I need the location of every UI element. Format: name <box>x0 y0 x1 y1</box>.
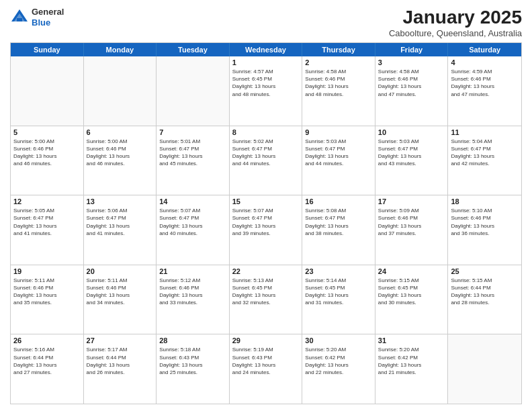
day-cell-4: 4Sunrise: 4:59 AM Sunset: 6:46 PM Daylig… <box>448 56 521 126</box>
day-cell-24: 24Sunrise: 5:15 AM Sunset: 6:45 PM Dayli… <box>375 265 449 334</box>
day-cell-12: 12Sunrise: 5:05 AM Sunset: 6:47 PM Dayli… <box>11 195 84 265</box>
header-day-friday: Friday <box>375 43 449 56</box>
header-day-saturday: Saturday <box>448 43 521 56</box>
day-cell-2: 2Sunrise: 4:58 AM Sunset: 6:46 PM Daylig… <box>302 56 375 126</box>
day-info: Sunrise: 5:06 AM Sunset: 6:47 PM Dayligh… <box>87 207 154 237</box>
day-cell-28: 28Sunrise: 5:18 AM Sunset: 6:43 PM Dayli… <box>157 334 230 404</box>
day-info: Sunrise: 5:16 AM Sunset: 6:44 PM Dayligh… <box>13 346 81 376</box>
header-day-wednesday: Wednesday <box>230 43 303 56</box>
day-number: 30 <box>305 336 372 345</box>
day-info: Sunrise: 5:09 AM Sunset: 6:46 PM Dayligh… <box>378 207 445 237</box>
day-cell-1: 1Sunrise: 4:57 AM Sunset: 6:45 PM Daylig… <box>230 56 303 126</box>
day-cell-7: 7Sunrise: 5:01 AM Sunset: 6:47 PM Daylig… <box>157 126 230 195</box>
day-cell-29: 29Sunrise: 5:19 AM Sunset: 6:43 PM Dayli… <box>230 334 303 404</box>
logo-general: General <box>32 7 64 17</box>
header-day-monday: Monday <box>84 43 157 56</box>
day-info: Sunrise: 4:58 AM Sunset: 6:46 PM Dayligh… <box>305 68 372 98</box>
empty-cell <box>448 334 521 404</box>
header-day-sunday: Sunday <box>11 43 84 56</box>
calendar-body: 1Sunrise: 4:57 AM Sunset: 6:45 PM Daylig… <box>11 56 521 404</box>
week-row-3: 12Sunrise: 5:05 AM Sunset: 6:47 PM Dayli… <box>11 195 521 265</box>
day-info: Sunrise: 5:15 AM Sunset: 6:44 PM Dayligh… <box>451 277 519 307</box>
day-number: 15 <box>232 197 300 205</box>
day-info: Sunrise: 5:03 AM Sunset: 6:47 PM Dayligh… <box>378 138 445 168</box>
day-number: 8 <box>232 128 300 136</box>
day-number: 14 <box>159 197 226 205</box>
day-cell-5: 5Sunrise: 5:00 AM Sunset: 6:46 PM Daylig… <box>11 126 84 195</box>
day-cell-18: 18Sunrise: 5:10 AM Sunset: 6:46 PM Dayli… <box>448 195 521 265</box>
day-cell-31: 31Sunrise: 5:20 AM Sunset: 6:42 PM Dayli… <box>375 334 449 404</box>
day-number: 26 <box>13 336 81 345</box>
day-number: 12 <box>13 197 81 205</box>
day-info: Sunrise: 5:02 AM Sunset: 6:47 PM Dayligh… <box>232 138 300 168</box>
day-info: Sunrise: 5:20 AM Sunset: 6:42 PM Dayligh… <box>305 346 372 376</box>
day-info: Sunrise: 5:10 AM Sunset: 6:46 PM Dayligh… <box>451 207 519 237</box>
header: General Blue January 2025 Caboolture, Qu… <box>10 7 522 38</box>
week-row-5: 26Sunrise: 5:16 AM Sunset: 6:44 PM Dayli… <box>11 334 521 404</box>
day-number: 21 <box>159 267 226 275</box>
day-number: 3 <box>378 58 445 66</box>
svg-rect-2 <box>17 18 22 21</box>
day-info: Sunrise: 5:03 AM Sunset: 6:47 PM Dayligh… <box>305 138 372 168</box>
week-row-1: 1Sunrise: 4:57 AM Sunset: 6:45 PM Daylig… <box>11 56 521 126</box>
day-number: 23 <box>305 267 372 275</box>
day-cell-3: 3Sunrise: 4:58 AM Sunset: 6:46 PM Daylig… <box>375 56 449 126</box>
page: General Blue January 2025 Caboolture, Qu… <box>0 0 532 411</box>
day-number: 31 <box>378 336 445 345</box>
day-number: 27 <box>87 336 154 345</box>
day-info: Sunrise: 5:17 AM Sunset: 6:44 PM Dayligh… <box>87 346 154 376</box>
day-number: 29 <box>232 336 300 345</box>
day-cell-13: 13Sunrise: 5:06 AM Sunset: 6:47 PM Dayli… <box>84 195 157 265</box>
logo-icon <box>10 8 29 27</box>
day-cell-10: 10Sunrise: 5:03 AM Sunset: 6:47 PM Dayli… <box>375 126 449 195</box>
day-number: 20 <box>87 267 154 275</box>
day-number: 13 <box>87 197 154 205</box>
day-number: 22 <box>232 267 300 275</box>
title-block: January 2025 Caboolture, Queensland, Aus… <box>389 7 522 38</box>
day-info: Sunrise: 5:14 AM Sunset: 6:45 PM Dayligh… <box>305 277 372 307</box>
day-number: 2 <box>305 58 372 66</box>
day-number: 7 <box>159 128 226 136</box>
day-cell-22: 22Sunrise: 5:13 AM Sunset: 6:45 PM Dayli… <box>230 265 303 334</box>
day-number: 18 <box>451 197 519 205</box>
header-day-thursday: Thursday <box>302 43 375 56</box>
empty-cell <box>157 56 230 126</box>
day-cell-25: 25Sunrise: 5:15 AM Sunset: 6:44 PM Dayli… <box>448 265 521 334</box>
week-row-4: 19Sunrise: 5:11 AM Sunset: 6:46 PM Dayli… <box>11 265 521 335</box>
calendar-title: January 2025 <box>389 7 522 28</box>
day-info: Sunrise: 5:18 AM Sunset: 6:43 PM Dayligh… <box>159 346 226 376</box>
day-info: Sunrise: 5:00 AM Sunset: 6:46 PM Dayligh… <box>13 138 81 168</box>
day-cell-17: 17Sunrise: 5:09 AM Sunset: 6:46 PM Dayli… <box>375 195 449 265</box>
day-info: Sunrise: 5:19 AM Sunset: 6:43 PM Dayligh… <box>232 346 300 376</box>
day-cell-11: 11Sunrise: 5:04 AM Sunset: 6:47 PM Dayli… <box>448 126 521 195</box>
day-number: 28 <box>159 336 226 345</box>
day-number: 16 <box>305 197 372 205</box>
day-number: 9 <box>305 128 372 136</box>
empty-cell <box>84 56 157 126</box>
day-info: Sunrise: 5:07 AM Sunset: 6:47 PM Dayligh… <box>232 207 300 237</box>
day-cell-30: 30Sunrise: 5:20 AM Sunset: 6:42 PM Dayli… <box>302 334 375 404</box>
day-number: 17 <box>378 197 445 205</box>
day-info: Sunrise: 5:08 AM Sunset: 6:47 PM Dayligh… <box>305 207 372 237</box>
day-number: 19 <box>13 267 81 275</box>
day-number: 24 <box>378 267 445 275</box>
day-info: Sunrise: 4:59 AM Sunset: 6:46 PM Dayligh… <box>451 68 519 98</box>
day-cell-8: 8Sunrise: 5:02 AM Sunset: 6:47 PM Daylig… <box>230 126 303 195</box>
calendar-subtitle: Caboolture, Queensland, Australia <box>389 28 522 38</box>
day-cell-21: 21Sunrise: 5:12 AM Sunset: 6:46 PM Dayli… <box>157 265 230 334</box>
day-number: 4 <box>451 58 519 66</box>
logo-text: General Blue <box>32 7 64 28</box>
day-number: 5 <box>13 128 81 136</box>
day-number: 10 <box>378 128 445 136</box>
day-cell-27: 27Sunrise: 5:17 AM Sunset: 6:44 PM Dayli… <box>84 334 157 404</box>
day-info: Sunrise: 5:11 AM Sunset: 6:46 PM Dayligh… <box>13 277 81 307</box>
day-cell-20: 20Sunrise: 5:11 AM Sunset: 6:46 PM Dayli… <box>84 265 157 334</box>
day-cell-9: 9Sunrise: 5:03 AM Sunset: 6:47 PM Daylig… <box>302 126 375 195</box>
day-cell-19: 19Sunrise: 5:11 AM Sunset: 6:46 PM Dayli… <box>11 265 84 334</box>
logo: General Blue <box>10 7 64 28</box>
day-info: Sunrise: 5:05 AM Sunset: 6:47 PM Dayligh… <box>13 207 81 237</box>
day-cell-6: 6Sunrise: 5:00 AM Sunset: 6:46 PM Daylig… <box>84 126 157 195</box>
day-cell-16: 16Sunrise: 5:08 AM Sunset: 6:47 PM Dayli… <box>302 195 375 265</box>
week-row-2: 5Sunrise: 5:00 AM Sunset: 6:46 PM Daylig… <box>11 126 521 196</box>
empty-cell <box>11 56 84 126</box>
